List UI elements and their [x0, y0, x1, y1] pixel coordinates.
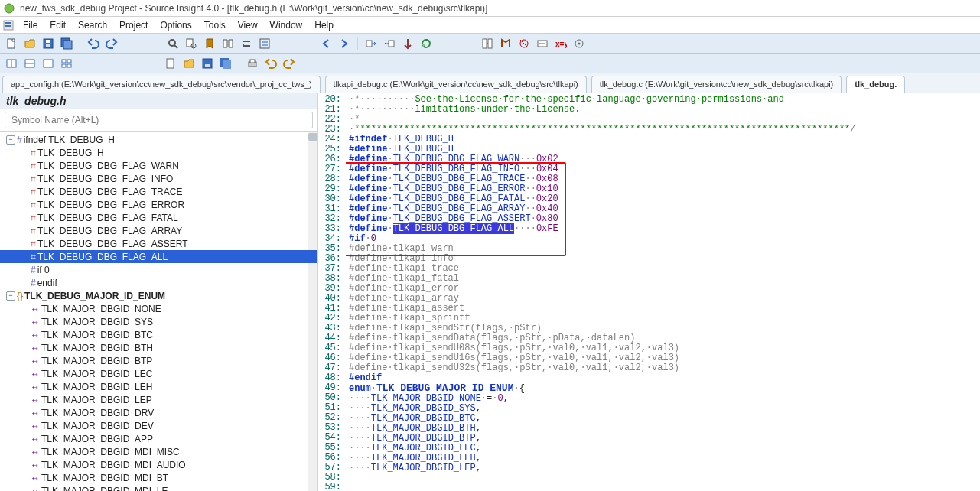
doc-new-button[interactable] — [162, 55, 179, 72]
symbol-search-input[interactable] — [5, 112, 313, 128]
expand-toggle[interactable]: − — [6, 291, 15, 301]
new-file-button[interactable] — [3, 35, 20, 52]
outline-label: TLK_DEBUG_DBG_FLAG_TRACE — [37, 187, 182, 197]
code-line[interactable]: enum·TLK_DEBUG_MAJOR_ID_ENUM·{ — [349, 383, 980, 394]
code-line[interactable]: ····TLK_MAJOR_DBGID_LEP, — [349, 463, 980, 473]
svg-point-0 — [5, 4, 14, 13]
tool-debug-button[interactable] — [516, 35, 532, 52]
tool-sync-button[interactable] — [479, 35, 496, 52]
enum-member-icon: ↔ — [31, 356, 40, 366]
open-file-button[interactable] — [21, 35, 38, 52]
outline-item[interactable]: ↔TLK_MAJOR_DBGID_DEV — [0, 419, 317, 432]
code-editor[interactable]: 20: 21: 22: 23: 24: 25: 26: 27: 28: 29: … — [318, 93, 980, 491]
define-icon: ⌗ — [31, 213, 36, 223]
print-button[interactable] — [244, 55, 261, 72]
nav-back-button[interactable] — [317, 35, 334, 52]
code-line[interactable]: ·*··········limitations·under·the·Licens… — [349, 105, 980, 115]
outline-item[interactable]: ↔TLK_MAJOR_DBGID_MDI_LE — [0, 484, 317, 491]
nav-fwd-button[interactable] — [336, 35, 353, 52]
save-button[interactable] — [40, 35, 57, 52]
file-tab[interactable]: app_config.h (E:\Work\git_version\cc\new… — [2, 76, 321, 93]
replace-all-button[interactable] — [256, 35, 273, 52]
define-icon: ⌗ — [31, 148, 36, 158]
outline-item[interactable]: ⌗TLK_DEBUG_DBG_FLAG_ARRAY — [0, 224, 317, 237]
file-tab[interactable]: tlkapi_debug.c (E:\Work\git_version\cc\n… — [325, 76, 587, 93]
replace-button[interactable] — [238, 35, 255, 52]
outline-item[interactable]: ↔TLK_MAJOR_DBGID_MDI_MISC — [0, 445, 317, 458]
outline-item[interactable]: ⌗TLK_DEBUG_H — [0, 146, 317, 159]
menu-file[interactable]: File — [17, 18, 44, 32]
preproc-icon: # — [31, 265, 36, 275]
doc-save-button[interactable] — [199, 55, 216, 72]
svg-rect-14 — [260, 39, 269, 48]
view-single-button[interactable] — [40, 55, 57, 72]
menu-edit[interactable]: Edit — [44, 18, 72, 32]
view-grid-button[interactable] — [58, 55, 75, 72]
outline-label: TLK_MAJOR_DBGID_LEP — [41, 395, 152, 405]
outline-item[interactable]: ⌗TLK_DEBUG_DBG_FLAG_ERROR — [0, 198, 317, 211]
outline-item[interactable]: ↔TLK_MAJOR_DBGID_SYS — [0, 315, 317, 328]
outline-item[interactable]: ⌗TLK_DEBUG_DBG_FLAG_WARN — [0, 159, 317, 172]
outline-item[interactable]: ⌗TLK_DEBUG_DBG_FLAG_INFO — [0, 172, 317, 185]
outline-item[interactable]: −{}TLK_DEBUG_MAJOR_ID_ENUM — [0, 289, 317, 302]
bookmark-button[interactable] — [201, 35, 218, 52]
undo-button[interactable] — [85, 35, 102, 52]
redo-button[interactable] — [103, 35, 120, 52]
outline-item[interactable]: ↔TLK_MAJOR_DBGID_BTH — [0, 341, 317, 354]
outline-item[interactable]: ↔TLK_MAJOR_DBGID_MDI_BT — [0, 471, 317, 484]
menu-tools[interactable]: Tools — [198, 18, 232, 32]
symbol-outline[interactable]: −#ifndef TLK_DEBUG_H⌗TLK_DEBUG_H⌗TLK_DEB… — [0, 132, 317, 491]
menu-search[interactable]: Search — [72, 18, 113, 32]
outline-item[interactable]: #if 0 — [0, 263, 317, 276]
book-open-icon[interactable] — [220, 35, 236, 52]
svg-rect-34 — [167, 59, 174, 68]
file-tab[interactable]: tlk_debug. — [846, 76, 905, 93]
go-to-caller-button[interactable] — [399, 35, 416, 52]
outline-item[interactable]: ↔TLK_MAJOR_DBGID_LEH — [0, 380, 317, 393]
outline-item[interactable]: −#ifndef TLK_DEBUG_H — [0, 133, 317, 146]
undo2-button[interactable] — [262, 55, 279, 72]
tool-refsym-button[interactable]: x=y — [552, 35, 569, 52]
outline-item[interactable]: ⌗TLK_DEBUG_DBG_FLAG_ALL — [0, 250, 317, 263]
outline-item[interactable]: ↔TLK_MAJOR_DBGID_MDI_AUDIO — [0, 458, 317, 471]
outline-item[interactable]: ⌗TLK_DEBUG_DBG_FLAG_TRACE — [0, 185, 317, 198]
redo2-button[interactable] — [281, 55, 298, 72]
save-all-button[interactable] — [58, 35, 75, 52]
outline-item[interactable]: ↔TLK_MAJOR_DBGID_BTC — [0, 328, 317, 341]
go-to-def-button[interactable] — [363, 35, 379, 52]
menu-options[interactable]: Options — [154, 18, 197, 32]
outline-item[interactable]: ⌗TLK_DEBUG_DBG_FLAG_ASSERT — [0, 237, 317, 250]
outline-item[interactable]: ↔TLK_MAJOR_DBGID_LEP — [0, 393, 317, 406]
file-tab[interactable]: tlk_debug.c (E:\Work\git_version\cc\new_… — [591, 76, 842, 93]
menu-project[interactable]: Project — [113, 18, 154, 32]
menu-help[interactable]: Help — [308, 18, 340, 32]
outline-item[interactable]: ↔TLK_MAJOR_DBGID_APP — [0, 432, 317, 445]
find-in-files-button[interactable] — [183, 35, 200, 52]
app-menu-icon[interactable] — [2, 18, 15, 32]
outline-item[interactable]: ↔TLK_MAJOR_DBGID_LEC — [0, 367, 317, 380]
view-split-v-button[interactable] — [21, 55, 38, 72]
refresh-button[interactable] — [418, 35, 435, 52]
preproc-icon: # — [31, 278, 36, 288]
find-button[interactable] — [164, 35, 181, 52]
doc-open-button[interactable] — [181, 55, 197, 72]
code-line[interactable]: #define·tlkapi_sendU32s(flags,·pStr,·val… — [349, 363, 980, 373]
tool-build-button[interactable] — [497, 35, 514, 52]
expand-toggle[interactable]: − — [6, 135, 15, 145]
code-area[interactable]: ·*··········See·the·License·for·the·spec… — [346, 93, 980, 491]
outline-item[interactable]: ↔TLK_MAJOR_DBGID_NONE — [0, 302, 317, 315]
go-to-decl-button[interactable] — [381, 35, 398, 52]
svg-rect-15 — [366, 41, 372, 47]
outline-label: TLK_DEBUG_DBG_FLAG_ERROR — [37, 200, 184, 210]
view-split-h-button[interactable] — [3, 55, 20, 72]
enum-member-icon: ↔ — [31, 317, 40, 327]
outline-item[interactable]: ↔TLK_MAJOR_DBGID_DRV — [0, 406, 317, 419]
outline-item[interactable]: #endif — [0, 276, 317, 289]
outline-item[interactable]: ↔TLK_MAJOR_DBGID_BTP — [0, 354, 317, 367]
menu-window[interactable]: Window — [264, 18, 309, 32]
tool-output-button[interactable] — [534, 35, 551, 52]
doc-saveall-button[interactable] — [217, 55, 234, 72]
tool-settings-button[interactable] — [571, 35, 588, 52]
menu-view[interactable]: View — [232, 18, 264, 32]
outline-item[interactable]: ⌗TLK_DEBUG_DBG_FLAG_FATAL — [0, 211, 317, 224]
